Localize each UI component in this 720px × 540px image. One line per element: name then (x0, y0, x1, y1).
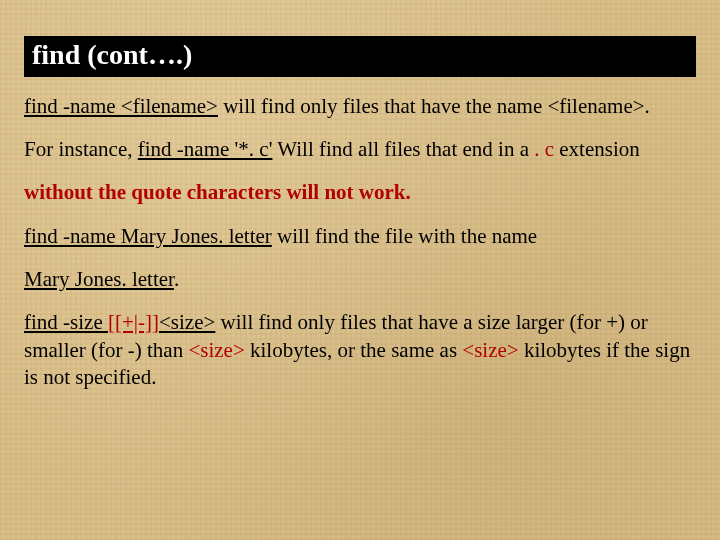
para-5: Mary Jones. letter. (24, 266, 696, 293)
cmd-find-mary: find -name Mary Jones. letter (24, 224, 272, 248)
size-flag: [[+|-]] (108, 310, 159, 334)
text: For instance, (24, 137, 138, 161)
para-1: find -name <filename> will find only fil… (24, 93, 696, 120)
text: extension (554, 137, 640, 161)
para-6: find -size [[+|-]]<size> will find only … (24, 309, 696, 391)
text: kilobytes, or the same as (245, 338, 463, 362)
cmd-find-size: find -size (24, 310, 108, 334)
text: will find only files that have the name (218, 94, 548, 118)
filename-mary: Mary Jones. letter (24, 267, 174, 291)
filename-placeholder: <filename> (547, 94, 644, 118)
slide-title: find (cont….) (24, 36, 696, 77)
size-arg3: <size> (462, 338, 518, 362)
text: . (174, 267, 179, 291)
text: . (645, 94, 650, 118)
text: Will find all files that end in a (272, 137, 534, 161)
ext-c: . c (534, 137, 554, 161)
size-arg2: <size> (188, 338, 244, 362)
para-4: find -name Mary Jones. letter will find … (24, 223, 696, 250)
slide-body: find -name <filename> will find only fil… (24, 93, 696, 391)
para-3-warning: without the quote characters will not wo… (24, 179, 696, 206)
cmd-find-name: find -name <filename> (24, 94, 218, 118)
text: will find the file with the name (272, 224, 537, 248)
size-arg1: <size> (159, 310, 215, 334)
cmd-find-name-starc: find -name '*. c' (138, 137, 273, 161)
para-2: For instance, find -name '*. c' Will fin… (24, 136, 696, 163)
